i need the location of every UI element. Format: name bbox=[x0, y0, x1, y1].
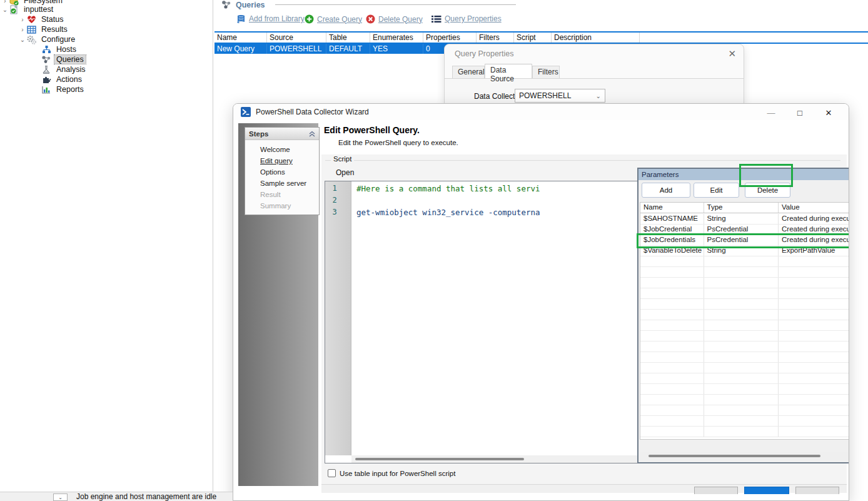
empty-row[interactable] bbox=[640, 256, 849, 267]
empty-row[interactable] bbox=[640, 352, 849, 363]
panel-divider[interactable] bbox=[213, 0, 213, 492]
empty-row[interactable] bbox=[640, 342, 849, 352]
column-header[interactable]: Properties bbox=[423, 33, 477, 43]
tab-filters[interactable]: Filters bbox=[532, 66, 560, 78]
parameter-row-variable-to-delete[interactable]: $VariableToDelete String ExportPathValue bbox=[640, 246, 849, 256]
data-collector-dropdown[interactable]: POWERSHELL ⌄ bbox=[515, 89, 605, 103]
tree-item-queries[interactable]: Queries bbox=[41, 54, 86, 64]
empty-row[interactable] bbox=[640, 288, 849, 299]
tab-general[interactable]: General bbox=[452, 66, 485, 78]
step-sample-server[interactable]: Sample server bbox=[245, 178, 319, 189]
use-table-input-checkbox-row[interactable]: Use table input for PowerShell script bbox=[328, 469, 455, 477]
next-button-partial[interactable] bbox=[744, 487, 789, 494]
plus-circle-icon bbox=[305, 14, 314, 24]
add-button[interactable]: Add bbox=[642, 183, 690, 198]
parameter-row[interactable]: $JobCredential PsCredential Created duri… bbox=[640, 225, 849, 235]
link-label: Add from Library bbox=[249, 14, 305, 23]
column-header[interactable]: Value bbox=[779, 203, 849, 213]
tree-item-status[interactable]: › Status bbox=[19, 14, 65, 24]
tab-data-source[interactable]: Data Source bbox=[485, 64, 532, 78]
table-cell bbox=[704, 427, 779, 437]
status-dropdown[interactable]: ⌄ bbox=[53, 493, 68, 501]
query-properties-link[interactable]: Query Properties bbox=[431, 14, 502, 23]
table-cell: POWERSHELL bbox=[267, 44, 326, 54]
tree-item-hosts[interactable]: Hosts bbox=[41, 44, 78, 54]
step-welcome[interactable]: Welcome bbox=[245, 144, 319, 155]
gears-icon bbox=[26, 34, 36, 44]
column-header[interactable]: Filters bbox=[477, 33, 514, 43]
column-header[interactable]: Type bbox=[704, 203, 779, 213]
column-header[interactable]: Enumerates bbox=[370, 33, 423, 43]
checkbox-unchecked[interactable] bbox=[328, 469, 336, 477]
cancel-button-partial[interactable] bbox=[795, 487, 839, 494]
empty-row[interactable] bbox=[640, 395, 849, 405]
table-cell bbox=[704, 288, 779, 298]
table-cell bbox=[779, 331, 849, 341]
empty-row[interactable] bbox=[640, 416, 849, 427]
empty-row[interactable] bbox=[640, 299, 849, 310]
close-button[interactable]: ✕ bbox=[819, 106, 839, 119]
maximize-button[interactable]: □ bbox=[790, 106, 810, 119]
chevron-right-icon[interactable]: › bbox=[1, 0, 9, 4]
empty-row[interactable] bbox=[640, 363, 849, 373]
parameter-row[interactable]: $SAHOSTNAME String Created during execut… bbox=[640, 214, 849, 225]
parameter-row[interactable]: $JobCredentials PsCredential Created dur… bbox=[640, 235, 849, 246]
minimize-button[interactable]: — bbox=[761, 106, 781, 119]
delete-query-link[interactable]: Delete Query bbox=[366, 14, 423, 24]
tree-item-results[interactable]: › Results bbox=[19, 24, 69, 34]
step-edit-query[interactable]: Edit query bbox=[245, 155, 319, 166]
column-header[interactable]: Name bbox=[214, 33, 267, 43]
column-header[interactable]: Table bbox=[326, 33, 370, 43]
chevron-right-icon[interactable]: › bbox=[19, 26, 26, 33]
collapse-chevrons-icon[interactable] bbox=[309, 131, 315, 137]
close-icon[interactable]: ✕ bbox=[728, 48, 736, 59]
scrollbar-thumb[interactable] bbox=[355, 458, 524, 460]
tree-item-inputtest[interactable]: ⌄ inputtest bbox=[1, 4, 55, 14]
empty-row[interactable] bbox=[640, 310, 849, 320]
step-result: Result bbox=[245, 189, 319, 200]
table-cell bbox=[640, 299, 704, 309]
empty-row[interactable] bbox=[640, 405, 849, 416]
column-header[interactable]: Description bbox=[552, 33, 640, 43]
empty-row[interactable] bbox=[640, 331, 849, 342]
column-header[interactable]: Script bbox=[514, 33, 552, 43]
create-query-link[interactable]: Create Query bbox=[305, 14, 362, 24]
steps-header[interactable]: Steps bbox=[245, 128, 319, 140]
chevron-down-icon[interactable]: ⌄ bbox=[1, 6, 9, 13]
edit-button[interactable]: Edit bbox=[694, 183, 739, 198]
tree-item-configure[interactable]: ⌄ Configure bbox=[19, 34, 77, 44]
empty-row[interactable] bbox=[640, 373, 849, 384]
empty-row[interactable] bbox=[640, 427, 849, 437]
chevron-right-icon[interactable]: › bbox=[19, 16, 26, 23]
parameters-table-header[interactable]: Name Type Value Description bbox=[640, 203, 849, 213]
parameters-horizontal-scrollbar[interactable] bbox=[640, 452, 849, 460]
column-header[interactable]: Name bbox=[640, 203, 704, 213]
add-from-library-link[interactable]: Add from Library bbox=[236, 14, 305, 23]
empty-row[interactable] bbox=[640, 320, 849, 331]
empty-row[interactable] bbox=[640, 384, 849, 395]
queries-table-header[interactable]: Name Source Table Enumerates Properties … bbox=[214, 33, 640, 43]
wizard-title-bar[interactable]: PowerShell Data Collector Wizard bbox=[233, 104, 849, 120]
step-options[interactable]: Options bbox=[245, 166, 319, 178]
open-button[interactable]: Open bbox=[332, 167, 358, 178]
tree-item-analysis[interactable]: Analysis bbox=[41, 64, 88, 74]
parameters-panel-header[interactable]: Parameters bbox=[638, 169, 849, 180]
empty-row[interactable] bbox=[640, 278, 849, 288]
table-cell bbox=[640, 342, 704, 352]
column-header[interactable]: Source bbox=[267, 33, 326, 43]
parameters-table[interactable]: Name Type Value Description $SAHOSTNAME … bbox=[640, 202, 849, 440]
group-box-line bbox=[275, 4, 516, 5]
tree-item-reports[interactable]: Reports bbox=[41, 84, 86, 94]
dropdown-value: POWERSHELL bbox=[519, 91, 571, 100]
back-button-partial[interactable] bbox=[694, 487, 738, 494]
delete-button[interactable]: Delete bbox=[745, 183, 790, 198]
tree-item-actions[interactable]: Actions bbox=[41, 74, 84, 84]
line-number: 3 bbox=[325, 208, 344, 216]
chevron-down-icon[interactable]: ⌄ bbox=[19, 36, 26, 43]
table-cell bbox=[779, 363, 849, 373]
empty-row[interactable] bbox=[640, 267, 849, 278]
table-cell bbox=[704, 342, 779, 352]
table-cell bbox=[704, 256, 779, 266]
table-cell bbox=[640, 278, 704, 288]
scrollbar-thumb[interactable] bbox=[648, 455, 820, 457]
